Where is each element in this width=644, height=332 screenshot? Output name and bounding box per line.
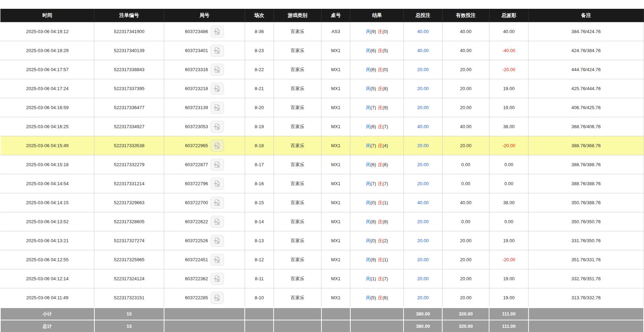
total-bet-link[interactable]: 40.00 <box>417 124 429 129</box>
result-player-label: 闲 <box>366 200 370 205</box>
cell-remark: 444.76/424.76 <box>529 60 644 79</box>
cell-session: 8-16 <box>245 174 274 193</box>
cell-bet-no: 522317324124 <box>94 269 164 288</box>
total-bet-link[interactable]: 40.00 <box>417 48 429 53</box>
total-bet-link[interactable]: 20.00 <box>417 105 429 110</box>
footer-empty-cell <box>350 320 404 332</box>
round-no-value: 603722796 <box>185 181 208 186</box>
result-player-score: (1) <box>370 276 376 281</box>
footer-empty-cell <box>321 308 350 320</box>
video-replay-button[interactable] <box>211 64 224 76</box>
video-replay-button[interactable] <box>211 83 224 95</box>
table-row: 2025-03-06 04:12:55 522317325965 6037224… <box>0 250 644 269</box>
cell-remark: 384.76/424.76 <box>529 22 644 41</box>
round-no-value: 603723316 <box>185 67 208 72</box>
cell-remark: 388.76/368.76 <box>529 136 644 155</box>
cell-valid-bet: 20.00 <box>442 79 489 98</box>
cell-remark: 425.76/444.76 <box>529 79 644 98</box>
video-replay-button[interactable] <box>211 178 224 190</box>
result-banker-score: (6) <box>382 295 388 300</box>
cell-game-type: 百家乐 <box>274 288 321 308</box>
cell-result: 闲(5)庄(8) <box>350 79 404 98</box>
result-banker-score: (6) <box>382 162 388 167</box>
cell-time: 2025-03-06 04:12:14 <box>0 269 94 288</box>
video-replay-button[interactable] <box>211 197 224 209</box>
video-replay-button[interactable] <box>211 292 224 304</box>
cell-session: 8-20 <box>245 98 274 117</box>
cell-round-no: 603722965 <box>164 136 245 155</box>
result-banker-score: (7) <box>382 276 388 281</box>
total-bet-link[interactable]: 20.00 <box>417 257 429 262</box>
total-bet-link[interactable]: 40.00 <box>417 29 429 34</box>
cell-bet-no: 522317331214 <box>94 174 164 193</box>
video-replay-button[interactable] <box>211 216 224 228</box>
bet-records-table: 时间 注单编号 局号 场次 游戏类别 桌号 结果 总投注 有效投注 总派彩 备注… <box>0 9 644 332</box>
cell-result: 闲(6)庄(0) <box>350 60 404 79</box>
bet-records-page: 时间 注单编号 局号 场次 游戏类别 桌号 结果 总投注 有效投注 总派彩 备注… <box>0 0 644 332</box>
cell-round-no: 603723139 <box>164 98 245 117</box>
cell-bet-no: 522317332279 <box>94 155 164 174</box>
total-bet-link[interactable]: 20.00 <box>417 162 429 167</box>
cell-total-bet: 40.00 <box>404 41 442 60</box>
total-bet-link[interactable]: 20.00 <box>417 181 429 186</box>
result-player-score: (7) <box>370 181 376 186</box>
total-bet-link[interactable]: 20.00 <box>417 86 429 91</box>
cell-total-bet: 40.00 <box>404 193 442 212</box>
cell-table-no: MX1 <box>321 79 350 98</box>
cell-payout: -20.00 <box>489 60 528 79</box>
total-bet-link[interactable]: 20.00 <box>417 295 429 300</box>
video-replay-button[interactable] <box>211 121 224 133</box>
video-file-icon <box>213 294 221 301</box>
round-no-value: 603723486 <box>185 29 208 34</box>
cell-bet-no: 522317328605 <box>94 212 164 231</box>
result-banker-score: (8) <box>382 219 388 224</box>
cell-session: 8-19 <box>245 117 274 136</box>
total-bet-link[interactable]: 20.00 <box>417 276 429 281</box>
footer-empty-cell <box>245 320 274 332</box>
result-player-label: 闲 <box>366 105 370 110</box>
result-player-score: (7) <box>370 105 376 110</box>
cell-table-no: AS3 <box>321 22 350 41</box>
video-file-icon <box>213 161 221 168</box>
video-replay-button[interactable] <box>211 254 224 266</box>
cell-table-no: MX1 <box>321 60 350 79</box>
cell-payout: 19.00 <box>489 269 528 288</box>
result-player-label: 闲 <box>366 143 370 148</box>
cell-round-no: 603722362 <box>164 269 245 288</box>
video-replay-button[interactable] <box>211 273 224 285</box>
video-replay-button[interactable] <box>211 45 224 57</box>
total-bet-link[interactable]: 20.00 <box>417 67 429 72</box>
cell-time: 2025-03-06 04:13:21 <box>0 231 94 250</box>
video-replay-button[interactable] <box>211 235 224 247</box>
result-banker-label: 庄 <box>378 124 382 129</box>
result-banker-label: 庄 <box>378 143 382 148</box>
video-replay-button[interactable] <box>211 159 224 171</box>
total-bet-link[interactable]: 20.00 <box>417 143 429 148</box>
video-replay-button[interactable] <box>211 102 224 114</box>
cell-total-bet: 20.00 <box>404 98 442 117</box>
table-row: 2025-03-06 04:12:14 522317324124 6037223… <box>0 269 644 288</box>
round-no-value: 603722700 <box>185 200 208 205</box>
total-bet-link[interactable]: 20.00 <box>417 238 429 243</box>
result-banker-score: (4) <box>382 143 388 148</box>
table-row: 2025-03-06 04:11:49 522317323151 6037222… <box>0 288 644 308</box>
cell-time: 2025-03-06 04:14:15 <box>0 193 94 212</box>
video-file-icon <box>213 256 221 263</box>
cell-valid-bet: 20.00 <box>442 231 489 250</box>
subtotal-row: 小计 15 380.00 320.00 111.00 <box>0 308 644 320</box>
total-bet-link[interactable]: 20.00 <box>417 219 429 224</box>
total-bet-link[interactable]: 40.00 <box>417 200 429 205</box>
video-replay-button[interactable] <box>211 140 224 152</box>
col-header-session: 场次 <box>245 9 274 22</box>
video-replay-button[interactable] <box>211 26 224 38</box>
cell-time: 2025-03-06 04:15:49 <box>0 136 94 155</box>
result-banker-label: 庄 <box>378 105 382 110</box>
result-banker-score: (0) <box>382 29 388 34</box>
result-banker-label: 庄 <box>378 257 382 262</box>
result-player-score: (9) <box>370 29 376 34</box>
cell-bet-no: 522317336477 <box>94 98 164 117</box>
cell-game-type: 百家乐 <box>274 193 321 212</box>
result-player-score: (5) <box>370 86 376 91</box>
cell-time: 2025-03-06 04:17:24 <box>0 79 94 98</box>
result-player-label: 闲 <box>366 238 370 243</box>
